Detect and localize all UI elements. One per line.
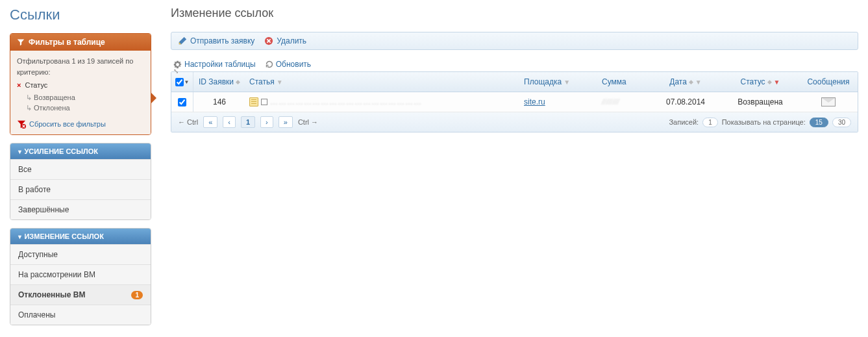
ctrl-label: Обновить xyxy=(276,60,311,69)
refresh-icon xyxy=(266,60,273,68)
nav-badge: 1 xyxy=(131,291,143,299)
nav-item-available[interactable]: Доступные xyxy=(10,244,151,264)
data-grid: ▼ ID Заявки◆ Статья▼ Площадка▼ Сумма Дат… xyxy=(171,71,858,132)
nav-item-done[interactable]: Завершённые xyxy=(10,199,151,219)
filter-icon[interactable]: ▼ xyxy=(774,79,780,86)
row-status: Возвращена xyxy=(721,92,799,112)
sort-icon: ◆ xyxy=(236,79,240,85)
nav-item-review[interactable]: На рассмотрении ВМ xyxy=(10,264,151,284)
refresh-button[interactable]: Обновить xyxy=(266,60,311,69)
records-label: Записей: xyxy=(669,118,699,126)
send-request-button[interactable]: Отправить заявку xyxy=(178,36,254,45)
filter-criterion-label: Статус xyxy=(25,81,48,89)
nav-item-label: В работе xyxy=(18,185,51,194)
nav-item-inwork[interactable]: В работе xyxy=(10,179,151,199)
filter-arrow-icon xyxy=(151,92,156,104)
external-link-icon[interactable] xyxy=(261,99,267,105)
row-id: 146 xyxy=(193,92,245,112)
remove-criterion-icon[interactable]: × xyxy=(17,81,21,89)
col-label: Статья xyxy=(249,77,275,86)
nav-header[interactable]: ИЗМЕНЕНИЕ ССЫЛОК xyxy=(10,229,151,244)
col-messages[interactable]: Сообщения xyxy=(799,72,858,92)
filter-reset-link[interactable]: Сбросить все фильтры xyxy=(29,119,106,130)
filter-panel: Фильтры в таблице Отфильтрована 1 из 19 … xyxy=(10,33,151,135)
page-first-button[interactable]: « xyxy=(203,116,217,128)
filter-reset[interactable]: Сбросить все фильтры xyxy=(17,119,144,130)
page-prev-button[interactable]: ‹ xyxy=(223,116,236,128)
nav-item-label: Доступные xyxy=(18,250,58,259)
article-text: ……………………………………………… xyxy=(270,97,422,106)
sort-icon: ◆ xyxy=(689,79,693,85)
row-date: 07.08.2014 xyxy=(650,92,721,112)
sidebar: Ссылки Фильтры в таблице Отфильтрована 1… xyxy=(10,6,151,333)
col-status[interactable]: Статус◆▼ xyxy=(721,72,799,92)
col-label: Площадка xyxy=(524,77,562,86)
records-count: 1 xyxy=(702,118,718,127)
filter-value: Возвращена xyxy=(26,92,144,103)
footer-right: Записей: 1 Показывать на странице: 15 30 xyxy=(669,118,851,127)
page-next-button[interactable]: › xyxy=(260,116,273,128)
nav-panel-change: ИЗМЕНЕНИЕ ССЫЛОК Доступные На рассмотрен… xyxy=(10,228,151,325)
nav-panel-boost: УСИЛЕНИЕ ССЫЛОК Все В работе Завершённые xyxy=(10,143,151,220)
row-article: ……………………………………………… xyxy=(245,92,520,112)
table-row: 146 ……………………………………………… site.ru //////// … xyxy=(171,92,858,112)
header-checkbox[interactable]: ▼ xyxy=(171,72,193,92)
filter-icon[interactable]: ▼ xyxy=(277,79,283,86)
row-messages xyxy=(799,92,858,112)
nav-item-rejected[interactable]: Отклоненные ВМ 1 xyxy=(10,284,151,305)
per-page-label: Показывать на странице: xyxy=(722,118,806,126)
filter-icon[interactable]: ▼ xyxy=(695,79,702,86)
grid-footer: ← Ctrl « ‹ 1 › » Ctrl → Записей: 1 Показ… xyxy=(171,112,858,132)
select-all-checkbox[interactable] xyxy=(175,78,184,86)
nav-item-label: Все xyxy=(18,165,32,174)
sidebar-title: Ссылки xyxy=(10,6,151,23)
table-controls: Настройки таблицы Обновить xyxy=(171,60,858,69)
filter-summary: Отфильтрована 1 из 19 записей по критери… xyxy=(17,56,144,77)
pencil-icon xyxy=(178,36,187,45)
col-label: Сообщения xyxy=(807,77,849,86)
col-site[interactable]: Площадка▼ xyxy=(520,72,598,92)
col-label: Статус xyxy=(741,77,765,86)
envelope-icon[interactable] xyxy=(821,97,836,106)
per-page-option[interactable]: 30 xyxy=(832,118,851,127)
table-settings-button[interactable]: Настройки таблицы xyxy=(173,60,256,69)
toolbar-label: Отправить заявку xyxy=(190,36,254,45)
document-icon[interactable] xyxy=(249,97,258,106)
funnel-icon xyxy=(17,38,25,46)
site-link[interactable]: site.ru xyxy=(524,97,545,106)
delete-button[interactable]: Удалить xyxy=(264,36,306,45)
sum-value: //////// xyxy=(602,97,619,106)
row-checkbox-cell xyxy=(171,92,193,112)
filter-criterion: × Статус xyxy=(17,80,144,91)
row-checkbox[interactable] xyxy=(178,98,186,106)
filter-header-label: Фильтры в таблице xyxy=(29,38,105,47)
nav-header[interactable]: УСИЛЕНИЕ ССЫЛОК xyxy=(10,144,151,159)
col-sum[interactable]: Сумма xyxy=(598,72,650,92)
ctrl-hint-right: Ctrl → xyxy=(298,118,318,126)
col-id[interactable]: ID Заявки◆ xyxy=(193,72,245,92)
row-site: site.ru xyxy=(520,92,598,112)
filter-icon[interactable]: ▼ xyxy=(564,79,570,86)
col-article[interactable]: Статья▼ xyxy=(245,72,520,92)
row-sum: //////// xyxy=(598,92,650,112)
grid-header: ▼ ID Заявки◆ Статья▼ Площадка▼ Сумма Дат… xyxy=(171,72,858,92)
nav-item-paid[interactable]: Оплачены xyxy=(10,305,151,325)
chevron-down-icon[interactable]: ▼ xyxy=(184,79,190,85)
page-number[interactable]: 1 xyxy=(241,116,255,128)
page-last-button[interactable]: » xyxy=(279,116,293,128)
filter-panel-header[interactable]: Фильтры в таблице xyxy=(10,34,151,51)
delete-icon xyxy=(264,36,273,45)
main-content: Изменение ссылок Отправить заявку Удалит… xyxy=(171,6,858,333)
ctrl-hint-left: ← Ctrl xyxy=(178,118,198,126)
page-title: Изменение ссылок xyxy=(171,6,858,20)
resize-icon[interactable]: ⤡ xyxy=(173,68,179,75)
col-label: Дата xyxy=(669,77,687,86)
ctrl-label: Настройки таблицы xyxy=(184,60,256,69)
toolbar-label: Удалить xyxy=(277,36,306,45)
toolbar: Отправить заявку Удалить xyxy=(171,32,858,50)
col-label: Сумма xyxy=(602,77,626,86)
col-date[interactable]: Дата◆▼ xyxy=(650,72,721,92)
per-page-option[interactable]: 15 xyxy=(810,118,828,127)
nav-item-label: Отклоненные ВМ xyxy=(18,290,86,299)
nav-item-all[interactable]: Все xyxy=(10,159,151,179)
